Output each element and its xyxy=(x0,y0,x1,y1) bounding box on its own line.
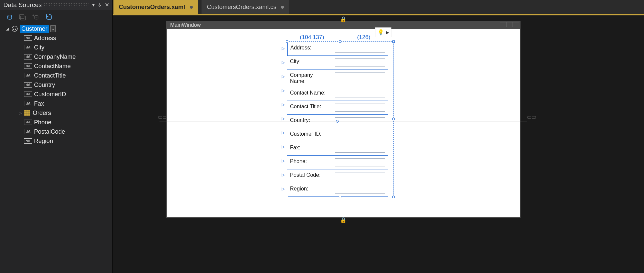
designer-viewport[interactable]: ⊂⊃ MainWindow 🔒 🔒 💡 xyxy=(113,15,644,273)
form-label: Country: xyxy=(287,114,332,128)
data-sources-panel: Data Sources ▾ ✕ + + xyxy=(0,0,113,273)
column-ruler: (104.137) (126) xyxy=(287,34,390,41)
resize-handle[interactable] xyxy=(286,118,288,120)
textbox[interactable] xyxy=(335,131,385,139)
panel-grip[interactable] xyxy=(44,3,89,7)
textbox[interactable] xyxy=(335,104,385,112)
textbox[interactable] xyxy=(335,186,385,194)
textbox[interactable] xyxy=(335,158,385,166)
tree-field[interactable]: ablPhone xyxy=(5,118,110,127)
form-input-cell xyxy=(332,155,388,169)
textbox[interactable] xyxy=(335,45,385,53)
tree-field[interactable]: ablCustomerID xyxy=(5,90,110,99)
form-input-cell xyxy=(332,142,388,156)
resize-handle[interactable] xyxy=(286,196,288,198)
form-label: Contact Title: xyxy=(287,101,332,115)
design-window[interactable]: MainWindow 🔒 🔒 💡 ▶ xyxy=(166,21,521,218)
form-grid: Address:City:Company Name:Contact Name:C… xyxy=(287,42,393,197)
svg-rect-2 xyxy=(19,15,24,19)
tree-field[interactable]: ablCity xyxy=(5,43,110,52)
details-view-icon xyxy=(11,25,18,32)
panel-dropdown-icon[interactable]: ▾ xyxy=(91,2,96,8)
textbox[interactable] xyxy=(335,72,385,80)
row-marker-icon[interactable]: ▷ xyxy=(282,168,285,182)
form-input-cell xyxy=(332,128,388,142)
datasource-tree: ◢ Customer ⌄ ablAddressablCityablCompany… xyxy=(0,24,112,147)
row-marker-icon[interactable]: ▷ xyxy=(282,112,285,126)
resize-handle[interactable] xyxy=(392,118,395,120)
tree-field[interactable]: ablRegion xyxy=(5,136,110,146)
textbox[interactable] xyxy=(335,172,385,180)
dirty-indicator-icon xyxy=(281,6,284,9)
refresh-button[interactable] xyxy=(45,13,53,21)
row-marker-icon[interactable]: ▷ xyxy=(282,55,285,70)
form-input-cell xyxy=(332,87,388,101)
tree-field[interactable]: ablCompanyName xyxy=(5,52,110,61)
tree-node-orders[interactable]: ▷ Orders xyxy=(5,108,110,118)
resize-handle[interactable] xyxy=(392,40,395,43)
svg-rect-7 xyxy=(13,28,14,28)
tab-customers-orders-xaml[interactable]: CustomersOrders.xaml xyxy=(113,0,198,14)
drop-type-handle[interactable]: ⌄ xyxy=(50,25,56,32)
minimize-icon[interactable] xyxy=(500,22,507,27)
tree-field-label: CustomerID xyxy=(34,91,66,98)
textbox[interactable] xyxy=(335,90,385,98)
textbox-icon: abl xyxy=(24,73,32,78)
resize-handle[interactable] xyxy=(392,196,395,198)
tree-field[interactable]: ablCountry xyxy=(5,80,110,90)
tree-field[interactable]: ablContactTitle xyxy=(5,71,110,80)
textbox[interactable] xyxy=(335,58,385,66)
row-marker-icon[interactable]: ▷ xyxy=(282,41,285,55)
tab-customers-orders-cs[interactable]: CustomersOrders.xaml.cs xyxy=(202,0,289,14)
tree-field[interactable]: ablContactName xyxy=(5,61,110,71)
add-datasource-button[interactable]: + xyxy=(5,13,13,21)
textbox-icon: abl xyxy=(24,35,32,41)
textbox[interactable] xyxy=(335,145,385,153)
tree-field-label: ContactTitle xyxy=(34,72,66,79)
row-marker-icon[interactable]: ▷ xyxy=(282,140,285,154)
row-marker-icon[interactable]: ▷ xyxy=(282,84,285,98)
expander-icon[interactable]: ▷ xyxy=(18,111,22,115)
resize-handle[interactable] xyxy=(286,40,288,43)
row-marker-icon[interactable]: ▷ xyxy=(282,70,285,84)
configure-button[interactable]: + xyxy=(31,13,40,21)
textbox-icon: abl xyxy=(24,82,32,88)
expander-icon[interactable]: ◢ xyxy=(5,26,9,31)
textbox-icon: abl xyxy=(24,129,32,134)
textbox-icon: abl xyxy=(24,92,32,97)
row-marker-icon[interactable]: ▷ xyxy=(282,126,285,140)
tree-field-label: Phone xyxy=(34,119,51,126)
selected-grid[interactable]: Address:City:Company Name:Contact Name:C… xyxy=(287,41,394,197)
tree-field[interactable]: ablPostalCode xyxy=(5,127,110,136)
margin-handle-right-icon[interactable]: ⊂⊃ xyxy=(527,114,537,121)
design-surface[interactable]: 💡 ▶ (104.137) (126) ▷▷▷▷▷▷▷▷▷▷▷ xyxy=(167,29,520,217)
editor-area: CustomersOrders.xaml CustomersOrders.xam… xyxy=(113,0,644,273)
panel-header: Data Sources ▾ ✕ xyxy=(0,0,112,10)
textbox-icon: abl xyxy=(24,120,32,125)
textbox[interactable] xyxy=(335,117,385,125)
tree-field[interactable]: ablAddress xyxy=(5,33,110,43)
svg-point-5 xyxy=(35,16,38,17)
tree-field[interactable]: ablFax xyxy=(5,99,110,108)
lock-top-icon[interactable]: 🔒 xyxy=(340,16,347,22)
pin-icon[interactable] xyxy=(96,2,103,9)
form-input-cell xyxy=(332,69,388,87)
row-marker-icon[interactable]: ▷ xyxy=(282,98,285,112)
close-icon[interactable] xyxy=(513,22,519,27)
form-label: Region: xyxy=(287,183,332,197)
svg-point-1 xyxy=(8,15,12,17)
maximize-icon[interactable] xyxy=(506,22,513,27)
row-marker-icon[interactable]: ▷ xyxy=(282,182,285,196)
close-icon[interactable]: ✕ xyxy=(103,2,110,8)
textbox-icon: abl xyxy=(24,138,32,144)
resize-handle[interactable] xyxy=(339,40,341,43)
row-marker-icon[interactable]: ▷ xyxy=(282,154,285,168)
tab-label: CustomersOrders.xaml xyxy=(119,4,185,11)
resize-handle[interactable] xyxy=(339,196,341,198)
window-title-text: MainWindow xyxy=(170,22,201,28)
window-titlebar: MainWindow xyxy=(167,21,520,29)
edit-dataset-button[interactable] xyxy=(18,13,27,21)
tree-node-customer[interactable]: ◢ Customer ⌄ xyxy=(5,24,110,33)
lock-bottom-icon[interactable]: 🔒 xyxy=(340,217,347,223)
svg-rect-9 xyxy=(15,28,16,28)
